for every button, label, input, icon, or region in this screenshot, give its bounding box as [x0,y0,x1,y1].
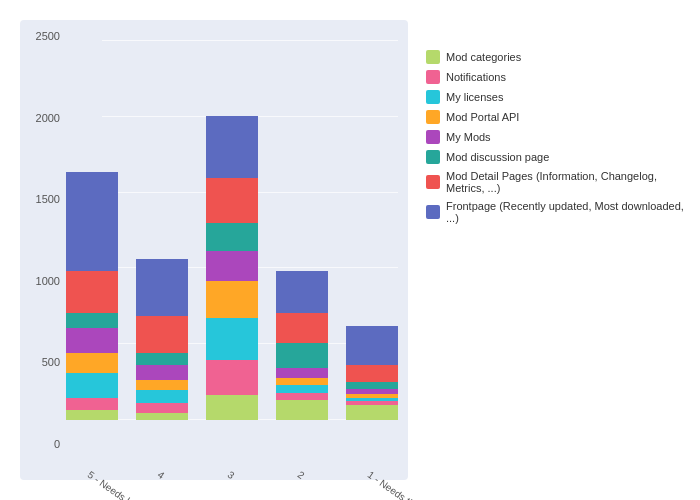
bar-segment [276,393,328,400]
x-axis-label: 3 [226,469,237,481]
legend-color-swatch [426,175,440,189]
bar-group: 1 - Needs the most improvement. [346,326,398,420]
bar-segment [276,313,328,343]
legend-color-swatch [426,50,440,64]
bar-group: 3 [206,116,258,420]
bar-segment [136,390,188,402]
bar-segment [66,353,118,373]
legend: Mod categoriesNotificationsMy licensesMo… [408,20,690,224]
y-axis-label: 2500 [36,30,60,42]
bar-group: 2 [276,271,328,420]
legend-item: My Mods [426,130,690,144]
bars-area: 5 - Needs least improvement4321 - Needs … [66,30,398,480]
legend-label: Mod categories [446,51,521,63]
plot-wrapper: 25002000150010005000 5 - Needs least imp… [20,20,408,480]
y-axis-label: 1500 [36,193,60,205]
legend-item: Frontpage (Recently updated, Most downlo… [426,200,690,224]
bar-segment [136,413,188,420]
bar-segment [276,343,328,368]
bar-group: 4 [136,259,188,420]
legend-label: Mod discussion page [446,151,549,163]
bar-segment [66,172,118,271]
legend-item: My licenses [426,90,690,104]
bar-segment [276,368,328,378]
plot-inner: 25002000150010005000 5 - Needs least imp… [20,20,408,480]
bar-segment [66,373,118,398]
x-axis-label: 2 [296,469,307,481]
legend-item: Mod discussion page [426,150,690,164]
legend-color-swatch [426,90,440,104]
legend-label: My Mods [446,131,491,143]
bar-segment [136,403,188,413]
bar-segment [136,259,188,316]
x-axis-label: 4 [156,469,167,481]
legend-item: Mod Portal API [426,110,690,124]
y-axis-label: 2000 [36,112,60,124]
bar-segment [66,410,118,420]
bar-segment [276,378,328,385]
bar-segment [206,395,258,420]
bar-segment [276,400,328,420]
chart-area: 25002000150010005000 5 - Needs least imp… [20,20,690,480]
legend-label: My licenses [446,91,503,103]
bar-segment [66,271,118,313]
legend-color-swatch [426,150,440,164]
bar-segment [136,380,188,390]
legend-label: Mod Portal API [446,111,519,123]
bar-segment [66,328,118,353]
legend-label: Frontpage (Recently updated, Most downlo… [446,200,690,224]
legend-item: Notifications [426,70,690,84]
y-axis-label: 500 [42,356,60,368]
legend-item: Mod categories [426,50,690,64]
bar-segment [206,251,258,281]
bar-segment [206,360,258,395]
y-axis: 25002000150010005000 [30,30,66,480]
bar-segment [276,271,328,313]
bar-segment [136,353,188,365]
bar-segment [206,116,258,178]
bar-group: 5 - Needs least improvement [66,172,118,420]
bar-segment [346,365,398,381]
bar-segment [206,178,258,223]
bar-segment [206,318,258,360]
bar-segment [206,223,258,252]
legend-color-swatch [426,70,440,84]
legend-color-swatch [426,205,440,219]
bar-segment [66,313,118,328]
bar-segment [276,385,328,392]
legend-label: Mod Detail Pages (Information, Changelog… [446,170,690,194]
legend-item: Mod Detail Pages (Information, Changelog… [426,170,690,194]
x-axis-label: 5 - Needs least improvement [86,469,197,500]
bar-segment [136,316,188,353]
y-axis-label: 1000 [36,275,60,287]
chart-container: 25002000150010005000 5 - Needs least imp… [0,0,700,500]
legend-color-swatch [426,130,440,144]
legend-color-swatch [426,110,440,124]
bar-segment [66,398,118,410]
x-axis-label: 1 - Needs the most improvement. [366,469,493,500]
bar-segment [346,382,398,389]
bar-segment [346,405,398,420]
bar-segment [206,281,258,318]
legend-label: Notifications [446,71,506,83]
y-axis-label: 0 [54,438,60,450]
bar-segment [346,326,398,366]
bar-segment [136,365,188,380]
